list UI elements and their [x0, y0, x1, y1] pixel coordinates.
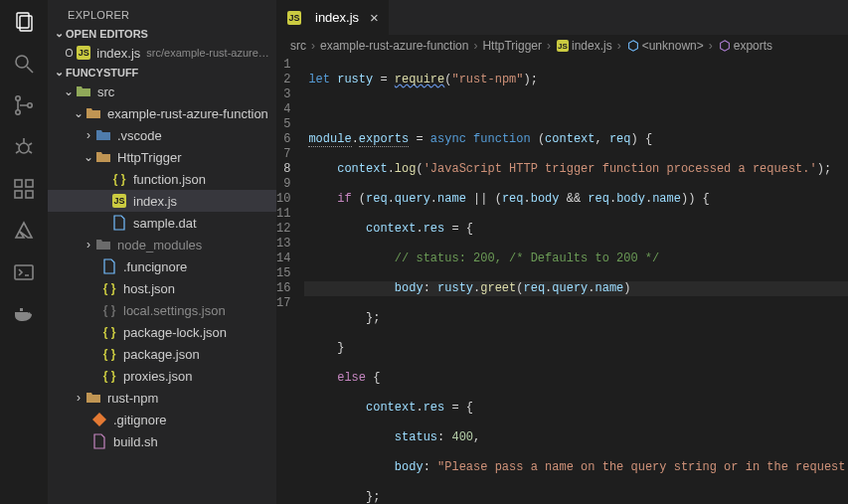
- svg-rect-21: [20, 308, 23, 311]
- azure-icon[interactable]: [12, 219, 36, 243]
- svg-point-6: [28, 103, 32, 107]
- tree-file-proxies-json[interactable]: ·{ }proxies.json: [48, 365, 276, 387]
- tree-file-gitignore[interactable]: ·.gitignore: [48, 409, 276, 430]
- folder-icon: [85, 390, 101, 406]
- debug-icon[interactable]: [12, 135, 36, 159]
- tree-file-host-json[interactable]: ·{ }host.json: [48, 277, 276, 299]
- js-file-icon: JS: [111, 193, 127, 209]
- js-file-icon: JS: [556, 39, 570, 53]
- shell-file-icon: [91, 433, 107, 449]
- json-file-icon: { }: [101, 302, 117, 318]
- tree-folder-node-modules[interactable]: ›node_modules: [48, 234, 276, 255]
- folder-icon: [95, 149, 111, 165]
- svg-point-4: [16, 96, 20, 100]
- open-editors-header[interactable]: ⌄ OPEN EDITORS: [48, 25, 276, 42]
- tree-folder-httptrigger[interactable]: ⌄HttpTrigger: [48, 146, 276, 168]
- tab-index-js[interactable]: JS index.js ×: [276, 0, 389, 35]
- code-content[interactable]: let rusty = require("rust-npm"); module.…: [304, 57, 848, 504]
- tree-file-local-settings[interactable]: ·{ }local.settings.json: [48, 299, 276, 321]
- tree-file-index-js[interactable]: ·JSindex.js: [48, 190, 276, 212]
- svg-rect-13: [15, 180, 22, 187]
- symbol-icon: [626, 39, 640, 53]
- chevron-right-icon: ›: [82, 128, 95, 142]
- js-file-icon: JS: [77, 45, 90, 61]
- folder-icon: [95, 237, 111, 252]
- activity-bar: [0, 0, 48, 504]
- symbol-icon: [718, 39, 732, 53]
- json-file-icon: { }: [101, 280, 117, 296]
- modified-indicator-icon: [66, 49, 73, 57]
- extensions-icon[interactable]: [12, 177, 36, 201]
- chevron-down-icon: ⌄: [62, 84, 76, 98]
- file-tree: ⌄src ⌄example-rust-azure-function ›.vsco…: [48, 81, 276, 504]
- json-file-icon: { }: [111, 171, 127, 187]
- sidebar: EXPLORER ⌄ OPEN EDITORS JS index.js src/…: [48, 0, 276, 504]
- explorer-icon[interactable]: [12, 10, 36, 34]
- chevron-down-icon: ⌄: [72, 106, 85, 120]
- chevron-down-icon: ⌄: [82, 150, 95, 164]
- svg-line-10: [29, 143, 32, 145]
- file-icon: [101, 258, 117, 274]
- tree-file-build-sh[interactable]: ·build.sh: [48, 430, 276, 452]
- tree-file-function-json[interactable]: ·{ }function.json: [48, 168, 276, 190]
- editor-tabs: JS index.js ×: [276, 0, 848, 35]
- chevron-right-icon: ›: [82, 238, 95, 252]
- svg-line-9: [16, 143, 19, 145]
- json-file-icon: { }: [101, 368, 117, 384]
- chevron-down-icon: ⌄: [52, 27, 66, 40]
- json-file-icon: { }: [101, 346, 117, 362]
- json-file-icon: { }: [101, 324, 117, 340]
- line-numbers: 1234567891011121314151617: [276, 57, 304, 504]
- chevron-down-icon: ⌄: [52, 66, 66, 79]
- svg-rect-14: [15, 191, 22, 198]
- git-file-icon: [91, 412, 107, 427]
- file-icon: [111, 215, 127, 231]
- svg-rect-1: [20, 16, 32, 31]
- svg-rect-15: [26, 191, 33, 198]
- tree-folder-rust-npm[interactable]: ›rust-npm: [48, 387, 276, 409]
- tree-file-package-lock[interactable]: ·{ }package-lock.json: [48, 321, 276, 343]
- tree-folder-vscode[interactable]: ›.vscode: [48, 124, 276, 146]
- svg-point-2: [16, 56, 28, 68]
- js-file-icon: JS: [286, 10, 302, 26]
- svg-point-5: [16, 110, 20, 114]
- tree-folder-src[interactable]: ⌄src: [48, 81, 276, 102]
- folder-icon: [95, 127, 111, 143]
- svg-rect-17: [15, 265, 33, 279]
- tree-file-funcignore[interactable]: ·.funcignore: [48, 255, 276, 277]
- folder-icon: [76, 84, 91, 99]
- tree-folder-project[interactable]: ⌄example-rust-azure-function: [48, 102, 276, 124]
- svg-line-12: [29, 151, 32, 153]
- code-editor[interactable]: 1234567891011121314151617 let rusty = re…: [276, 57, 848, 504]
- docker-icon[interactable]: [12, 302, 36, 326]
- tree-file-package-json[interactable]: ·{ }package.json: [48, 343, 276, 365]
- svg-rect-0: [17, 13, 29, 28]
- search-icon[interactable]: [12, 52, 36, 76]
- breadcrumb[interactable]: src› example-rust-azure-function› HttpTr…: [276, 35, 848, 57]
- terminal-icon[interactable]: [12, 260, 36, 284]
- svg-rect-16: [26, 180, 33, 187]
- folder-icon: [85, 105, 101, 121]
- svg-point-7: [19, 143, 29, 153]
- svg-line-3: [27, 67, 33, 73]
- chevron-right-icon: ›: [72, 391, 85, 405]
- svg-line-11: [16, 151, 19, 153]
- open-editor-item[interactable]: JS index.js src/example-rust-azure-fun…: [48, 42, 276, 64]
- workspace-header[interactable]: ⌄ FUNCYSTUFF: [48, 64, 276, 81]
- tree-file-sample-dat[interactable]: ·sample.dat: [48, 212, 276, 234]
- editor-area: JS index.js × src› example-rust-azure-fu…: [276, 0, 848, 504]
- source-control-icon[interactable]: [12, 93, 36, 117]
- sidebar-title: EXPLORER: [48, 0, 276, 25]
- close-icon[interactable]: ×: [370, 9, 379, 26]
